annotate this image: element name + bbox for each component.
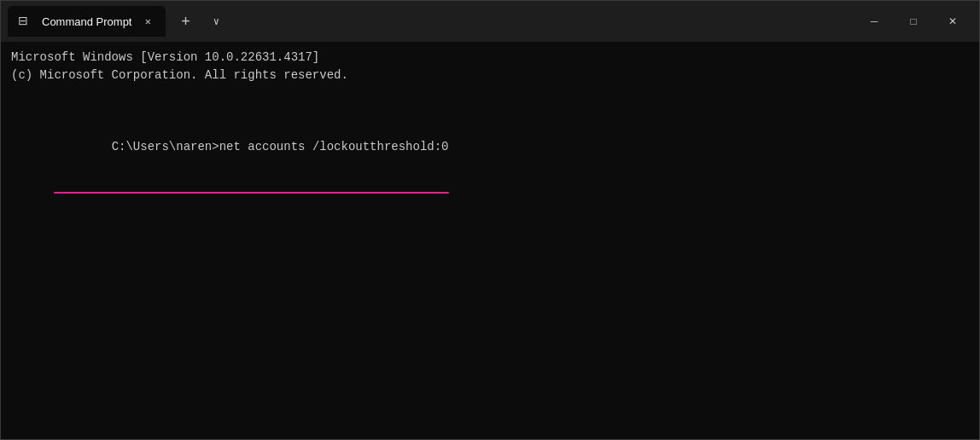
window-controls: ─ □ ✕ — [855, 1, 972, 42]
terminal-line-1: Microsoft Windows [Version 10.0.22631.43… — [11, 49, 969, 67]
terminal-line-3 — [11, 84, 969, 102]
terminal-line-2: (c) Microsoft Corporation. All rights re… — [11, 67, 969, 84]
new-tab-button[interactable]: + — [172, 9, 198, 34]
command-wrapper: C:\Users\naren>net accounts /lockoutthre… — [54, 120, 448, 192]
tab-title: Command Prompt — [42, 15, 131, 28]
terminal-icon: ⊟ — [18, 14, 33, 29]
command-text: C:\Users\naren>net accounts /lockoutthre… — [112, 140, 449, 153]
terminal-line-4: C:\Users\naren>net accounts /lockoutthre… — [11, 102, 969, 210]
command-underline — [54, 192, 448, 194]
terminal-body[interactable]: Microsoft Windows [Version 10.0.22631.43… — [1, 42, 979, 439]
maximize-button[interactable]: □ — [894, 1, 933, 42]
dropdown-button[interactable]: ∨ — [205, 10, 227, 32]
close-button[interactable]: ✕ — [933, 1, 972, 42]
terminal-window: ⊟ Command Prompt ✕ + ∨ ─ □ ✕ Microsoft W… — [0, 0, 980, 440]
title-bar-left: ⊟ Command Prompt ✕ + ∨ — [8, 6, 855, 37]
close-tab-button[interactable]: ✕ — [140, 14, 155, 29]
title-bar: ⊟ Command Prompt ✕ + ∨ ─ □ ✕ — [1, 1, 979, 42]
minimize-button[interactable]: ─ — [855, 1, 894, 42]
active-tab[interactable]: ⊟ Command Prompt ✕ — [8, 6, 166, 37]
